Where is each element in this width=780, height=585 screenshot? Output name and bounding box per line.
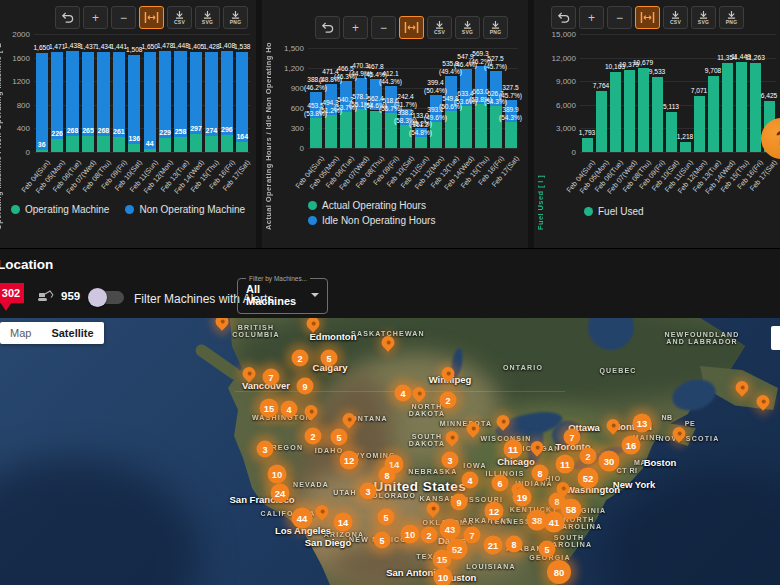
map-pin[interactable] <box>213 318 231 331</box>
zoom-out-button[interactable]: − <box>111 6 136 29</box>
map-cluster[interactable]: 16 <box>622 436 641 455</box>
download-png-button[interactable]: PNG <box>223 6 248 29</box>
bar-value-label: 5,113 <box>651 103 691 111</box>
map-cluster[interactable]: 15 <box>260 399 279 418</box>
machine-filter-dropdown[interactable]: Filter by Machines... All Machines <box>237 275 328 314</box>
dashboard: +−CSVSVGPNGOperating Machine / Non Opera… <box>0 0 780 585</box>
zoom-in-button[interactable]: + <box>83 6 108 29</box>
map-cluster[interactable]: 7 <box>464 527 481 544</box>
download-png-button[interactable]: PNG <box>719 6 744 29</box>
legend-item[interactable]: Fuel Used <box>584 206 644 217</box>
toggle-knob[interactable] <box>88 288 107 307</box>
map-cluster[interactable]: 3 <box>442 452 459 469</box>
machine-filter-selected-value: All Machines <box>246 283 303 307</box>
excavator-icon <box>36 288 55 304</box>
map-cluster[interactable]: 19 <box>513 488 532 507</box>
map-cluster[interactable]: 10 <box>401 525 420 544</box>
reset-zoom-button[interactable] <box>315 16 340 39</box>
map-cluster[interactable]: 7 <box>564 429 581 446</box>
y-axis-tick: 400 <box>0 124 30 133</box>
map-label-san-diego: San Diego <box>305 537 351 548</box>
map-cluster[interactable]: 43 <box>440 519 461 540</box>
map-cluster[interactable]: 15 <box>433 550 452 569</box>
map-cluster[interactable]: 2 <box>292 350 309 367</box>
bar-segment <box>415 137 427 148</box>
map-cluster[interactable]: 11 <box>556 455 575 474</box>
map-cluster[interactable]: 52 <box>578 468 599 489</box>
fullscreen-button[interactable] <box>771 326 780 350</box>
map-cluster[interactable]: 2 <box>305 428 322 445</box>
map-cluster[interactable]: 5 <box>539 541 556 558</box>
map-cluster[interactable]: 10 <box>434 568 453 585</box>
bar-value-label: 10,679 <box>623 59 663 67</box>
satellite-view-button[interactable]: Satellite <box>41 322 103 344</box>
legend-label: Non Operating Machine <box>139 204 245 215</box>
bar-value-label: 527.5 (45.7%) <box>476 55 516 71</box>
legend-item[interactable]: Actual Operating Hours <box>308 200 426 211</box>
map-cluster[interactable]: 4 <box>395 385 412 402</box>
map-cluster[interactable]: 6 <box>492 475 509 492</box>
location-map[interactable]: Map Satellite BRITISH COLUMBIASASKATCHEW… <box>0 318 780 585</box>
download-csv-button[interactable]: CSV <box>663 6 688 29</box>
y-axis-tick: 0 <box>0 148 30 157</box>
download-svg-button[interactable]: SVG <box>455 16 480 39</box>
map-cluster[interactable]: 12 <box>485 502 504 521</box>
download-png-button[interactable]: PNG <box>483 16 508 39</box>
map-cluster[interactable]: 5 <box>321 350 338 367</box>
map-cluster[interactable]: 3 <box>360 483 377 500</box>
selection-zoom-button[interactable] <box>399 16 424 39</box>
map-cluster[interactable]: 5 <box>331 429 348 446</box>
map-cluster[interactable]: 8 <box>379 467 396 484</box>
map-cluster[interactable]: 44 <box>292 508 313 529</box>
bar-value-label: 1,793 <box>567 129 607 137</box>
map-cluster[interactable]: 3 <box>257 441 274 458</box>
map-cluster[interactable]: 24 <box>271 484 290 503</box>
map-cluster[interactable]: 8 <box>506 536 523 553</box>
download-svg-button[interactable]: SVG <box>195 6 220 29</box>
map-cluster[interactable]: 9 <box>297 378 314 395</box>
legend-item[interactable]: Operating Machine <box>11 204 110 215</box>
map-cluster[interactable]: 80 <box>547 560 571 584</box>
map-cluster[interactable]: 9 <box>451 494 468 511</box>
map-cluster[interactable]: 30 <box>599 451 620 472</box>
chart-panel-machines: +−CSVSVGPNGOperating Machine / Non Opera… <box>0 0 256 248</box>
bar-segment <box>82 52 94 137</box>
map-cluster[interactable]: 2 <box>580 448 597 465</box>
map-cluster[interactable]: 12 <box>340 451 359 470</box>
map-cluster[interactable]: 58 <box>561 499 582 520</box>
map-cluster[interactable]: 14 <box>334 513 353 532</box>
map-cluster[interactable]: 21 <box>484 536 503 555</box>
map-cluster[interactable]: 5 <box>378 509 395 526</box>
alert-count: 302 <box>0 283 24 303</box>
filter-alerts-toggle[interactable] <box>90 291 124 304</box>
selection-zoom-button[interactable] <box>635 6 660 29</box>
legend-item[interactable]: Idle Non Operating Hours <box>308 215 435 226</box>
reset-zoom-button[interactable] <box>551 6 576 29</box>
map-cluster[interactable]: 5 <box>374 532 391 549</box>
map-cluster[interactable]: 13 <box>633 414 652 433</box>
download-csv-button[interactable]: CSV <box>427 16 452 39</box>
alert-count-badge[interactable]: 302 <box>0 283 24 311</box>
download-csv-button[interactable]: CSV <box>167 6 192 29</box>
chart-panel-operating-hours: +−CSVSVGPNGActual Operating Hours / Idle… <box>262 0 528 248</box>
map-cluster[interactable]: 10 <box>268 465 287 484</box>
zoom-in-button[interactable]: + <box>579 6 604 29</box>
map-cluster[interactable]: 11 <box>504 440 523 459</box>
map-cluster[interactable]: 2 <box>421 527 438 544</box>
zoom-out-button[interactable]: − <box>371 16 396 39</box>
zoom-out-button[interactable]: − <box>607 6 632 29</box>
map-cluster[interactable]: 8 <box>532 465 549 482</box>
bar-segment <box>666 112 677 152</box>
legend-item[interactable]: Non Operating Machine <box>125 204 245 215</box>
map-cluster[interactable]: 4 <box>281 401 298 418</box>
bar-segment <box>82 136 94 152</box>
map-cluster[interactable]: 7 <box>263 369 280 386</box>
zoom-in-button[interactable]: + <box>343 16 368 39</box>
map-view-button[interactable]: Map <box>0 322 41 344</box>
bar-value-label: 389.9 (54.3%) <box>491 106 529 122</box>
map-cluster[interactable]: 4 <box>462 472 479 489</box>
map-cluster[interactable]: 2 <box>440 392 457 409</box>
selection-zoom-button[interactable] <box>139 6 164 29</box>
reset-zoom-button[interactable] <box>55 6 80 29</box>
download-svg-button[interactable]: SVG <box>691 6 716 29</box>
